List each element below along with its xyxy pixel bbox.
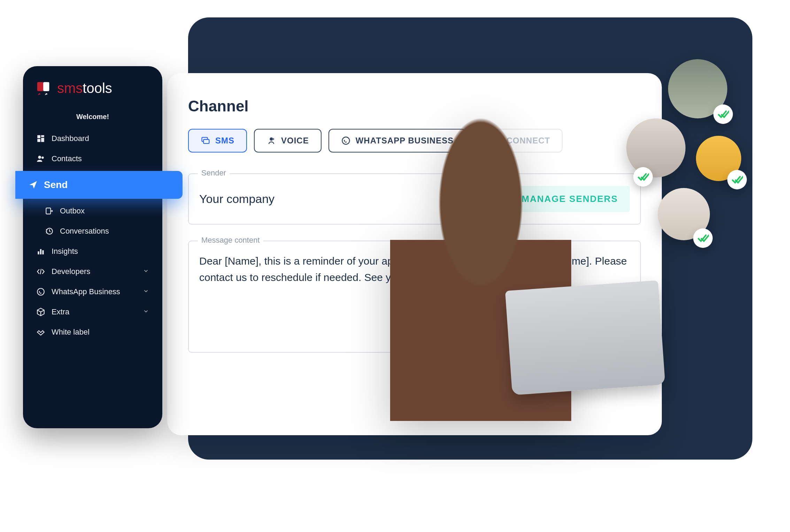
dashboard-icon: [36, 134, 45, 143]
svg-rect-9: [37, 139, 40, 142]
sidebar-item-label: Insights: [52, 247, 78, 256]
delivered-check-icon: [693, 228, 713, 248]
avatar-cluster: [616, 59, 762, 275]
sidebar-item-contacts[interactable]: Contacts: [23, 149, 162, 169]
whatsapp-icon: [36, 287, 45, 296]
sidebar-item-label: WhatsApp Business: [52, 287, 120, 296]
sidebar-item-label: Contacts: [52, 154, 82, 163]
brand-logo-icon: [36, 80, 52, 96]
sidebar-item-label: Dashboard: [52, 134, 89, 143]
tab-sms[interactable]: SMS: [188, 129, 247, 152]
brand-name-part2: tools: [83, 80, 112, 96]
sidebar-item-white-label[interactable]: White label: [23, 322, 162, 342]
sidebar-item-insights[interactable]: Insights: [23, 241, 162, 261]
svg-rect-14: [38, 251, 39, 255]
message-legend: Message content: [198, 236, 263, 245]
svg-rect-8: [41, 138, 44, 142]
insights-icon: [36, 247, 45, 256]
chevron-down-icon: [143, 267, 149, 276]
send-icon: [29, 180, 38, 189]
contacts-icon: [36, 154, 45, 163]
svg-point-11: [41, 157, 44, 159]
svg-point-2: [270, 138, 273, 141]
package-icon: [36, 307, 45, 316]
sidebar-item-send[interactable]: Send: [15, 171, 183, 199]
svg-rect-1: [203, 140, 209, 144]
brand-name-part1: sms: [57, 80, 83, 96]
delivered-check-icon: [713, 104, 733, 124]
tab-label: VOICE: [281, 136, 309, 146]
svg-rect-7: [41, 135, 44, 137]
chevron-down-icon: [143, 287, 149, 296]
sidebar-item-label: White label: [52, 328, 90, 337]
svg-point-17: [37, 288, 44, 295]
sender-value[interactable]: Your company: [199, 192, 274, 206]
sidebar-item-label: Outbox: [60, 206, 85, 216]
history-icon: [45, 227, 54, 236]
sidebar-item-developers[interactable]: Developers: [23, 261, 162, 282]
chat-icon: [201, 136, 210, 146]
code-icon: [36, 267, 45, 276]
hero-laptop: [505, 280, 665, 395]
svg-rect-12: [46, 208, 51, 214]
sidebar-item-conversations[interactable]: Conversations: [23, 221, 162, 241]
sender-legend: Sender: [198, 169, 230, 178]
delivered-check-icon: [727, 170, 747, 189]
sidebar-item-label: Developers: [52, 267, 90, 276]
tab-voice[interactable]: VOICE: [254, 129, 322, 152]
sidebar-item-outbox[interactable]: Outbox: [23, 201, 162, 221]
tab-label: SMS: [215, 136, 234, 146]
chevron-down-icon: [143, 307, 149, 316]
sidebar: smstools Welcome! Dashboard Contacts Sen…: [23, 66, 162, 428]
delivered-check-icon: [633, 167, 653, 187]
outbox-icon: [45, 206, 54, 216]
svg-rect-6: [37, 135, 40, 138]
sidebar-item-extra[interactable]: Extra: [23, 302, 162, 322]
brand-logo[interactable]: smstools: [23, 80, 162, 108]
sidebar-item-label: Extra: [52, 307, 69, 316]
welcome-text: Welcome!: [23, 108, 162, 128]
svg-rect-4: [37, 82, 43, 91]
voice-icon: [266, 136, 276, 146]
avatar: [626, 118, 686, 178]
sidebar-item-dashboard[interactable]: Dashboard: [23, 128, 162, 149]
sidebar-item-whatsapp-business[interactable]: WhatsApp Business: [23, 282, 162, 302]
svg-point-10: [38, 156, 41, 159]
svg-rect-15: [40, 249, 41, 255]
svg-rect-5: [43, 82, 49, 91]
svg-rect-16: [42, 250, 44, 255]
handshake-icon: [36, 328, 45, 337]
sidebar-item-label: Conversations: [60, 227, 109, 236]
sidebar-item-label: Send: [44, 179, 68, 190]
